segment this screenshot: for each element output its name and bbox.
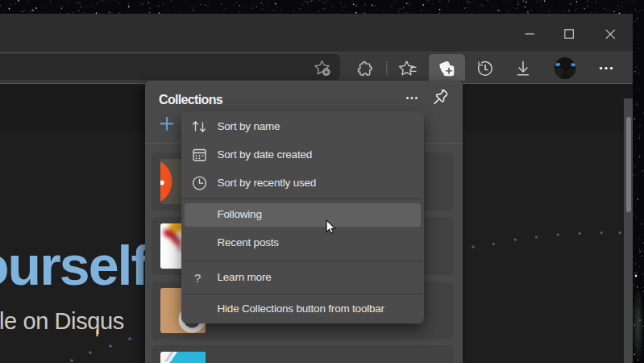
svg-text:?: ? bbox=[194, 271, 201, 285]
